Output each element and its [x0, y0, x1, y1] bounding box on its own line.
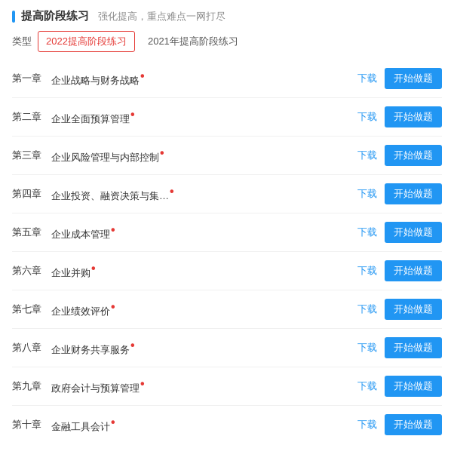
chapter-name: 企业战略与财务战略•	[51, 69, 357, 88]
header-accent-bar	[12, 11, 15, 23]
chapter-name: 企业绩效评价•	[51, 300, 357, 318]
start-button[interactable]: 开始做题	[385, 414, 442, 435]
start-button[interactable]: 开始做题	[385, 222, 442, 243]
chapter-number: 第七章	[12, 302, 51, 316]
hot-dot: •	[111, 416, 115, 428]
start-button[interactable]: 开始做题	[385, 183, 442, 204]
chapter-name: 金融工具会计•	[51, 416, 357, 434]
hot-dot: •	[111, 223, 115, 236]
download-button[interactable]: 下载	[357, 110, 377, 124]
chapter-name: 企业成本管理•	[51, 223, 357, 241]
hot-dot: •	[160, 146, 164, 159]
download-button[interactable]: 下载	[357, 226, 377, 239]
table-row: 第五章企业成本管理•下载开始做题	[12, 213, 442, 252]
hot-dot: •	[130, 339, 135, 352]
download-button[interactable]: 下载	[357, 302, 377, 316]
table-row: 第七章企业绩效评价•下载开始做题	[12, 290, 442, 329]
download-button[interactable]: 下载	[357, 418, 377, 431]
start-button[interactable]: 开始做题	[385, 337, 442, 358]
section-title: 提高阶段练习	[21, 9, 89, 23]
download-button[interactable]: 下载	[357, 341, 377, 355]
hot-dot: •	[130, 108, 135, 121]
hot-dot: •	[140, 377, 145, 390]
start-button[interactable]: 开始做题	[385, 376, 442, 397]
chapter-number: 第九章	[12, 379, 51, 393]
chapter-name: 企业风险管理与内部控制•	[51, 146, 357, 164]
download-button[interactable]: 下载	[357, 379, 377, 393]
tab-2022[interactable]: 2022提高阶段练习	[38, 31, 135, 52]
start-button[interactable]: 开始做题	[385, 145, 442, 166]
chapter-name: 企业全面预算管理•	[51, 108, 357, 126]
start-button[interactable]: 开始做题	[385, 299, 442, 320]
chapter-number: 第五章	[12, 226, 51, 239]
table-row: 第一章企业战略与财务战略•下载开始做题	[12, 60, 442, 98]
start-button[interactable]: 开始做题	[385, 106, 442, 127]
table-row: 第六章企业并购•下载开始做题	[12, 252, 442, 290]
chapter-name: 企业投资、融资决策与集…•	[51, 185, 357, 203]
chapter-name: 企业并购•	[51, 262, 357, 280]
table-row: 第四章企业投资、融资决策与集…•下载开始做题	[12, 175, 442, 213]
main-container: 提高阶段练习 强化提高，重点难点一网打尽 类型 2022提高阶段练习 2021年…	[0, 0, 454, 476]
chapter-list: 第一章企业战略与财务战略•下载开始做题第二章企业全面预算管理•下载开始做题第三章…	[12, 60, 442, 444]
download-button[interactable]: 下载	[357, 264, 377, 278]
table-row: 第九章政府会计与预算管理•下载开始做题	[12, 367, 442, 406]
hot-dot: •	[91, 262, 96, 275]
start-button[interactable]: 开始做题	[385, 68, 442, 89]
table-row: 第三章企业风险管理与内部控制•下载开始做题	[12, 137, 442, 175]
download-button[interactable]: 下载	[357, 149, 377, 162]
chapter-number: 第六章	[12, 264, 51, 278]
chapter-name: 企业财务共享服务•	[51, 339, 357, 357]
chapter-name: 政府会计与预算管理•	[51, 377, 357, 395]
chapter-number: 第二章	[12, 110, 51, 124]
tabs-row: 类型 2022提高阶段练习 2021年提高阶段练习	[12, 31, 442, 52]
tab-2021[interactable]: 2021年提高阶段练习	[140, 31, 247, 52]
download-button[interactable]: 下载	[357, 72, 377, 85]
section-header: 提高阶段练习 强化提高，重点难点一网打尽	[12, 9, 442, 23]
hot-dot: •	[111, 300, 115, 313]
chapter-number: 第四章	[12, 187, 51, 201]
chapter-number: 第一章	[12, 72, 51, 85]
table-row: 第八章企业财务共享服务•下载开始做题	[12, 329, 442, 367]
hot-dot: •	[140, 69, 145, 82]
chapter-number: 第十章	[12, 418, 51, 431]
tabs-label: 类型	[12, 35, 32, 48]
start-button[interactable]: 开始做题	[385, 260, 442, 281]
chapter-number: 第三章	[12, 149, 51, 162]
chapter-number: 第八章	[12, 341, 51, 355]
table-row: 第十章金融工具会计•下载开始做题	[12, 406, 442, 444]
hot-dot: •	[170, 185, 174, 198]
download-button[interactable]: 下载	[357, 187, 377, 201]
table-row: 第二章企业全面预算管理•下载开始做题	[12, 98, 442, 137]
section-subtitle: 强化提高，重点难点一网打尽	[98, 10, 225, 23]
